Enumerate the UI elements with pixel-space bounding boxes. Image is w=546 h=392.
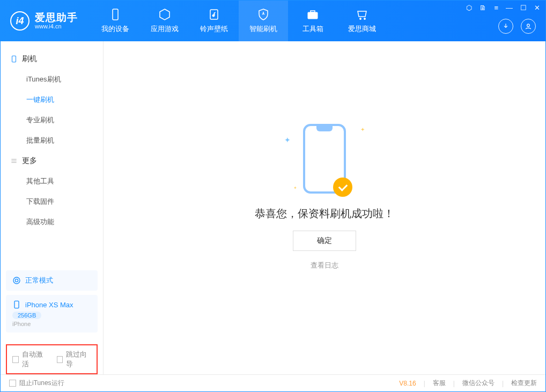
footer-link-wechat[interactable]: 微信公众号 [462,379,495,388]
titlebar-controls: ⬡ 🗎 ≡ — ☐ ✕ [466,4,540,12]
checkbox-label: 自动激活 [22,350,47,369]
nav-store[interactable]: 爱思商城 [337,1,387,41]
phone-icon [12,300,21,309]
nav-my-device[interactable]: 我的设备 [91,1,140,41]
menu-icon[interactable]: ≡ [494,4,498,12]
svg-rect-3 [311,11,315,12]
device-card[interactable]: iPhone XS Max 256GB iPhone [6,295,98,332]
section-title: 刷机 [22,54,37,64]
logo-text: 爱思助手 www.i4.cn [35,12,78,30]
sidebar-section-more: 更多 [1,151,103,171]
options-highlight: 自动激活 跳过向导 [6,344,98,374]
user-icon[interactable] [521,19,536,34]
nav-ringtone-wallpaper[interactable]: 铃声壁纸 [189,1,239,41]
tshirt-icon[interactable]: ⬡ [466,4,472,12]
sparkle-icon: ✦ [293,186,297,190]
close-button[interactable]: ✕ [534,4,540,12]
device-icon [109,8,122,21]
sidebar-item-batch-flash[interactable]: 批量刷机 [1,130,103,151]
logo: i4 爱思助手 www.i4.cn [1,11,87,31]
svg-point-4 [360,18,361,20]
nav-label: 工具箱 [302,24,323,34]
svg-point-6 [527,24,530,27]
separator: | [453,380,455,387]
sidebar-item-other-tools[interactable]: 其他工具 [1,171,103,191]
checkbox-label: 阻止iTunes运行 [19,379,64,388]
music-icon [208,8,220,21]
section-title: 更多 [22,156,37,166]
mode-card[interactable]: 正常模式 [6,270,98,291]
version-label: V8.16 [399,380,416,387]
device-capacity: 256GB [12,312,41,319]
nav-label: 应用游戏 [151,24,179,34]
svg-point-8 [13,277,20,284]
status-bar: 阻止iTunes运行 V8.16 | 客服 | 微信公众号 | 检查更新 [1,374,545,391]
svg-rect-9 [14,301,19,308]
sparkle-icon: ✦ [284,136,291,144]
app-name: 爱思助手 [35,12,78,24]
nav-label: 我的设备 [101,24,129,34]
sidebar-item-advanced[interactable]: 高级功能 [1,212,103,232]
check-badge-icon [333,177,352,197]
minimize-button[interactable]: — [506,4,513,12]
logo-icon: i4 [10,11,29,31]
toolbox-icon [306,8,319,21]
sidebar: 刷机 iTunes刷机 一键刷机 专业刷机 批量刷机 更多 其他工具 下载固件 … [1,41,104,374]
checkbox-label: 跳过向导 [66,350,91,369]
svg-rect-2 [308,12,318,19]
sync-icon [12,276,21,285]
sidebar-item-download-firmware[interactable]: 下载固件 [1,191,103,212]
nav-apps-games[interactable]: 应用游戏 [140,1,189,41]
auto-activate-checkbox[interactable]: 自动激活 [12,350,47,369]
separator: | [502,380,504,387]
sidebar-section-flash: 刷机 [1,49,103,69]
mode-label: 正常模式 [25,276,53,285]
sparkle-icon: ✦ [360,127,365,132]
app-url: www.i4.cn [35,23,78,29]
footer-link-update[interactable]: 检查更新 [511,379,537,388]
block-itunes-checkbox[interactable]: 阻止iTunes运行 [9,379,64,388]
checkbox-icon [57,356,63,363]
nav-label: 爱思商城 [348,24,376,34]
checkbox-icon [9,380,16,387]
footer-link-support[interactable]: 客服 [433,379,446,388]
note-icon[interactable]: 🗎 [479,4,486,12]
phone-illustration [303,124,346,194]
nav-label: 铃声壁纸 [200,24,228,34]
download-icon[interactable] [498,19,513,34]
nav-toolbox[interactable]: 工具箱 [288,1,337,41]
app-header: i4 爱思助手 www.i4.cn 我的设备 应用游戏 铃声壁纸 智能刷机 工具… [1,1,545,41]
view-log-link[interactable]: 查看日志 [311,261,338,270]
maximize-button[interactable]: ☐ [520,4,527,12]
cube-icon [158,8,171,21]
nav-smart-flash[interactable]: 智能刷机 [239,1,288,41]
device-panel: 正常模式 iPhone XS Max 256GB iPhone [1,270,103,342]
skip-guide-checkbox[interactable]: 跳过向导 [57,350,92,369]
header-right-actions [498,19,536,34]
svg-point-5 [364,18,366,20]
sidebar-item-itunes-flash[interactable]: iTunes刷机 [1,69,103,90]
device-type: iPhone [12,321,91,327]
svg-rect-7 [12,56,16,62]
app-body: 刷机 iTunes刷机 一键刷机 专业刷机 批量刷机 更多 其他工具 下载固件 … [1,41,545,374]
sidebar-item-onekey-flash[interactable]: 一键刷机 [1,90,103,110]
svg-rect-0 [113,9,118,20]
success-illustration: ✦ ✦ ✦ [303,124,346,194]
ok-button[interactable]: 确定 [293,231,356,251]
separator: | [424,380,425,387]
main-content: ✦ ✦ ✦ 恭喜您，保资料刷机成功啦！ 确定 查看日志 [104,41,545,374]
list-icon [10,157,18,165]
cart-icon [356,8,368,21]
shield-icon [257,8,270,21]
phone-icon [10,55,18,63]
nav-label: 智能刷机 [249,24,277,34]
top-nav: 我的设备 应用游戏 铃声壁纸 智能刷机 工具箱 爱思商城 [91,1,387,41]
success-message: 恭喜您，保资料刷机成功啦！ [255,206,394,221]
checkbox-icon [12,356,19,363]
device-name: iPhone XS Max [25,301,73,309]
sidebar-item-pro-flash[interactable]: 专业刷机 [1,110,103,130]
